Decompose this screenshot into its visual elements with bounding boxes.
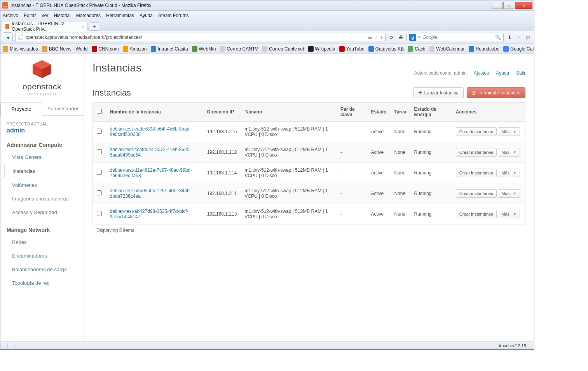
bookmark-label: Wikipedia xyxy=(315,46,335,52)
sidebar-item-imágenes-e-instantáneas[interactable]: Imágenes e instantáneas xyxy=(0,192,84,206)
row-checkbox[interactable] xyxy=(97,190,102,195)
reload-button[interactable]: ⟳ xyxy=(388,34,395,41)
instance-name-link[interactable]: debian-test-4ca8f044-2072-41eb-8620-5aaa… xyxy=(110,147,191,158)
bookmark-label: Intranet Casita xyxy=(158,46,188,52)
bookmark-label: Amazon xyxy=(130,46,147,52)
sidebar-tab-project[interactable]: Proyecto xyxy=(0,102,42,116)
sidebar-item-encaminadores[interactable]: Encaminadores xyxy=(0,249,84,263)
row-checkbox[interactable] xyxy=(97,170,102,175)
col-name[interactable]: Nombre de la Instancia xyxy=(106,103,203,122)
bookmark-star-icon[interactable]: ☆ xyxy=(374,35,378,40)
snapshot-button[interactable]: Crear instantánea xyxy=(456,169,497,177)
sidebar-item-acceso-y-seguridad[interactable]: Acceso y Seguridad xyxy=(0,206,84,219)
bookmark-item[interactable]: Roundcube xyxy=(469,46,499,52)
minimize-button[interactable]: — xyxy=(492,2,503,9)
close-button[interactable]: ✕ xyxy=(515,2,532,9)
snapshot-button[interactable]: Crear instantánea xyxy=(456,210,497,218)
menu-archivo[interactable]: Archivo xyxy=(3,13,18,18)
auth-text: Autenticado como: admin xyxy=(414,70,466,76)
menu-ver[interactable]: Ver xyxy=(41,13,48,18)
col-size[interactable]: Tamaño xyxy=(241,103,337,122)
address-bar[interactable]: openstack.gatuvelus.home/dashboard/proje… xyxy=(15,33,386,42)
sidebar-item-vista-general[interactable]: Vista General xyxy=(0,150,84,164)
snapshot-button[interactable]: Crear instantánea xyxy=(456,127,497,136)
sidebar-item-redes[interactable]: Redes xyxy=(0,235,84,249)
launch-instance-button[interactable]: ✚ Lanzar Instancia xyxy=(413,87,464,98)
menu-steam-forums[interactable]: Steam Forums xyxy=(158,13,189,18)
col-state[interactable]: Estado xyxy=(367,103,390,122)
menu-marcadores[interactable]: Marcadores xyxy=(76,13,101,18)
bookmark-item[interactable]: BBC News - World xyxy=(42,46,88,52)
sidebar-item-volúmenes[interactable]: Volúmenes xyxy=(0,178,84,192)
print-button[interactable]: 🖶 xyxy=(397,34,404,41)
col-keypair[interactable]: Par de clave xyxy=(337,103,367,122)
new-tab-button[interactable]: + xyxy=(90,22,99,31)
more-actions-button[interactable]: Más▼ xyxy=(498,210,520,218)
menu-historial[interactable]: Historial xyxy=(54,13,70,18)
menu-ayuda[interactable]: Ayuda xyxy=(140,13,153,18)
link-salir[interactable]: Salir xyxy=(516,70,525,76)
instance-name-link[interactable]: debian-test-d1a4812a-7c97-48ac-99bd-7a99… xyxy=(110,167,192,178)
col-actions: Acciones xyxy=(452,103,525,122)
cell-task: None xyxy=(390,183,410,204)
table-row: debian-test-eadec898-e64f-4b6b-8bad-8e0c… xyxy=(93,122,525,142)
tab-close-icon[interactable]: ✕ xyxy=(82,24,85,29)
dropdown-icon[interactable]: ▾ xyxy=(380,35,383,40)
tab-title: Instancias - TIGERLINUX OpenStack Priv..… xyxy=(12,21,77,32)
bookmark-item[interactable]: WebCalendar xyxy=(429,46,464,52)
bookmark-item[interactable]: Correo Cantv.net xyxy=(262,46,304,52)
bookmark-item[interactable]: Gatuvelus KB xyxy=(368,46,404,52)
bookmark-item[interactable]: Google Calendar xyxy=(503,46,534,52)
terminate-instances-button[interactable]: 🗑 Terminate Instances xyxy=(467,87,525,98)
search-box[interactable]: g ▾ Google 🔍 xyxy=(407,33,504,42)
snapshot-button[interactable]: Crear instantánea xyxy=(456,189,497,198)
home-button[interactable]: ⌂ xyxy=(515,34,522,41)
reader-icon[interactable]: ☰ xyxy=(368,35,372,40)
search-icon[interactable]: 🔍 xyxy=(495,35,501,40)
cell-ip: 192.168.1.213 xyxy=(203,204,241,225)
bookmark-item[interactable]: Más visitados xyxy=(3,46,38,52)
link-ayuda[interactable]: Ayuda xyxy=(496,70,509,76)
bookmark-item[interactable]: CNN.com xyxy=(92,46,119,52)
tab-current[interactable]: ○ Instancias - TIGERLINUX OpenStack Priv… xyxy=(2,22,87,31)
sidebar-item-balanceadores-de-carga[interactable]: Balanceadores de carga xyxy=(0,263,84,276)
bookmark-item[interactable]: Amazon xyxy=(123,46,147,52)
snapshot-button[interactable]: Crear instantánea xyxy=(456,148,497,157)
row-checkbox[interactable] xyxy=(97,149,102,154)
select-all-checkbox[interactable] xyxy=(97,109,102,114)
bookmark-item[interactable]: YouTube xyxy=(339,46,365,52)
bookmark-item[interactable]: Correo CANTV xyxy=(220,46,258,52)
more-actions-button[interactable]: Más▼ xyxy=(498,127,520,136)
bookmark-item[interactable]: Cacti xyxy=(408,46,425,52)
table-row: debian-test-ab427d98-3535-4f7d-bfcf-9ce5… xyxy=(93,204,525,225)
sidebar-item-topología-de-red[interactable]: Topología de red xyxy=(0,276,84,290)
sidebar-item-instancias[interactable]: Instancias xyxy=(4,164,84,178)
maximize-button[interactable]: □ xyxy=(503,2,514,9)
more-actions-button[interactable]: Más▼ xyxy=(498,148,520,157)
row-checkbox[interactable] xyxy=(97,211,102,216)
bookmark-item[interactable]: WebMin xyxy=(192,46,216,52)
instance-name-link[interactable]: debian-test-53bd5b0b-1251-400f-840b-dbde… xyxy=(110,188,192,199)
cell-task: None xyxy=(390,163,410,183)
menu-button[interactable]: ▤ xyxy=(525,34,532,41)
link-ajustes[interactable]: Ajustes xyxy=(474,70,489,76)
cell-power: Running xyxy=(410,204,452,225)
col-ip[interactable]: Dirección IP xyxy=(203,103,241,122)
more-actions-button[interactable]: Más▼ xyxy=(498,189,520,198)
col-power[interactable]: Estado de Energía xyxy=(410,103,452,122)
more-actions-button[interactable]: Más▼ xyxy=(498,169,520,177)
menu-herramientas[interactable]: Herramientas xyxy=(106,13,134,18)
sidebar-tab-admin[interactable]: Administrador xyxy=(42,102,84,115)
back-button[interactable]: ◄ xyxy=(3,32,13,42)
row-checkbox[interactable] xyxy=(97,129,102,134)
col-task[interactable]: Tarea xyxy=(390,103,410,122)
logo-subtitle: DASHBOARD xyxy=(0,92,84,96)
instance-name-link[interactable]: debian-test-ab427d98-3535-4f7d-bfcf-9ce5… xyxy=(110,209,188,219)
bookmark-item[interactable]: Wikipedia xyxy=(308,46,335,52)
panel-title: Instancias xyxy=(92,88,131,98)
downloads-button[interactable]: ⬇ xyxy=(506,34,513,41)
instance-name-link[interactable]: debian-test-eadec898-e64f-4b6b-8bad-8e0c… xyxy=(110,126,191,137)
bookmark-item[interactable]: Intranet Casita xyxy=(151,46,188,52)
menu-editar[interactable]: Editar xyxy=(24,13,36,18)
cell-size: m1.tiny-512-with-swap | 512MB RAM | 1 VC… xyxy=(241,163,337,183)
